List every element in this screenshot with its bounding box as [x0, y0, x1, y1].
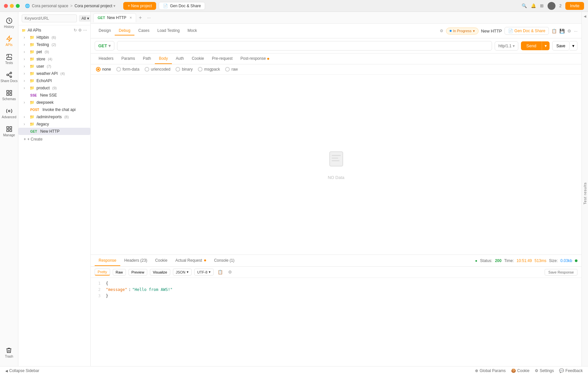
gen-doc-button[interactable]: 📄 Gen Doc & Share — [505, 27, 549, 35]
sidebar-item-share-docs[interactable]: Share Docs — [0, 69, 18, 85]
cookie-button[interactable]: 🍪 Cookie — [511, 368, 529, 373]
debug-tab[interactable]: Debug — [115, 26, 134, 35]
sidebar-item-trash[interactable]: Trash — [5, 344, 13, 361]
url-input[interactable] — [117, 41, 492, 51]
right-panel[interactable]: ◀ Test results — [581, 12, 588, 366]
sidebar-item-tests[interactable]: Tests — [0, 51, 18, 67]
tree-item-product[interactable]: › 📁 product (9) — [18, 84, 90, 92]
tree-item-legacy[interactable]: › 📁 /legacy — [18, 121, 90, 128]
tree-item-echo-api[interactable]: › 📁 EchoAPI — [18, 77, 90, 84]
method-selector[interactable]: GET ▾ — [95, 41, 114, 51]
copy-icon[interactable]: 📋 — [552, 29, 557, 33]
response-area: Response Headers (23) Cookie Actual Requ… — [91, 254, 581, 366]
tab-pre-request[interactable]: Pre-request — [208, 54, 237, 64]
minimize-button[interactable] — [10, 4, 14, 8]
feedback-button[interactable]: 💬 Feedback — [559, 368, 583, 373]
refresh-icon[interactable]: ↻ — [74, 28, 77, 33]
tree-item-new-sse[interactable]: SSE New SSE — [18, 92, 90, 99]
sidebar-item-schemas[interactable]: Schemas — [0, 87, 18, 103]
sidebar-item-advanced[interactable]: Advanced — [0, 105, 18, 121]
send-button[interactable]: Send ▾ — [521, 41, 549, 50]
body-type-msgpack[interactable]: msgpack — [198, 67, 220, 72]
tree-item-weather-api[interactable]: › 📁 weather API (4) — [18, 70, 90, 77]
tab-auth[interactable]: Auth — [172, 54, 188, 64]
search-icon[interactable]: 🔍 — [522, 3, 527, 8]
encoding-selector[interactable]: JSON ▾ — [173, 269, 192, 276]
new-project-tab[interactable]: + New project — [123, 2, 156, 10]
sidebar-item-history[interactable]: History — [0, 14, 18, 31]
response-tab-response[interactable]: Response — [95, 255, 120, 266]
tree-item-deepseek[interactable]: › 📁 deepseek — [18, 99, 90, 106]
more-icon[interactable]: ··· — [574, 29, 577, 33]
body-type-urlencoded[interactable]: urlencoded — [145, 67, 170, 72]
breadcrumb-project[interactable]: Cora personal project ▾ — [75, 4, 116, 8]
add-tab-button[interactable]: + — [136, 14, 144, 21]
http-version-selector[interactable]: http/1.1 ▾ — [495, 41, 518, 51]
gen-doc-share-tab[interactable]: 📄 Gen Doc & Share — [159, 2, 205, 10]
filter-response-icon[interactable]: ⚙ — [227, 270, 233, 275]
filter-icon[interactable]: ⚙ — [78, 28, 82, 33]
filter-dropdown[interactable]: All ▾ — [79, 15, 91, 22]
settings-button[interactable]: ⚙ Settings — [535, 368, 554, 373]
more-tabs-button[interactable]: ··· — [145, 14, 153, 21]
grid-icon[interactable]: ⊞ — [540, 3, 544, 8]
create-button[interactable]: + + Create — [18, 135, 90, 143]
panel-collapse-icon[interactable]: ◀ — [584, 12, 586, 21]
tree-item-pet[interactable]: › 📁 pet (9) — [18, 48, 90, 55]
design-tab[interactable]: Design — [95, 26, 115, 35]
format-raw-button[interactable]: Raw — [113, 269, 126, 276]
close-button[interactable] — [4, 4, 8, 8]
breadcrumb-space[interactable]: Cora personal space — [32, 4, 68, 8]
tab-cookie[interactable]: Cookie — [188, 54, 208, 64]
all-apis-item[interactable]: 📁 All APIs ↻ ⚙ ⋯ — [18, 27, 90, 34]
save-response-button[interactable]: Save Response — [545, 269, 577, 276]
response-tab-actual-request[interactable]: Actual Request — [171, 255, 210, 266]
body-type-raw[interactable]: raw — [225, 67, 238, 72]
collapse-sidebar-button[interactable]: ◀ Collapse Sidebar — [5, 368, 39, 373]
invite-button[interactable]: Invite — [565, 2, 584, 10]
tree-item-user[interactable]: › 📁 user (7) — [18, 63, 90, 70]
save-dropdown-button[interactable]: ▾ — [570, 41, 577, 51]
copy-response-icon[interactable]: 📋 — [216, 270, 224, 275]
tab-path[interactable]: Path — [139, 54, 155, 64]
user-avatar[interactable] — [548, 2, 555, 10]
settings-icon[interactable]: ⚙ — [567, 29, 571, 33]
tab-post-response[interactable]: Post-response — [237, 54, 273, 64]
tab-body[interactable]: Body — [155, 54, 172, 64]
tree-item-testing[interactable]: › 📁 Testing (2) — [18, 41, 90, 48]
sidebar-item-manage[interactable]: Manage — [0, 123, 18, 140]
body-type-form-data[interactable]: form-data — [116, 67, 139, 72]
charset-selector[interactable]: UTF-8 ▾ — [194, 269, 214, 276]
bell-icon[interactable]: 🔔 — [531, 3, 536, 8]
sidebar-item-apis[interactable]: APIs — [0, 33, 18, 49]
maximize-button[interactable] — [16, 4, 20, 8]
body-type-none[interactable]: none — [96, 67, 111, 72]
save-button[interactable]: Save — [552, 41, 570, 51]
response-tab-cookie[interactable]: Cookie — [151, 255, 171, 266]
search-input[interactable] — [22, 14, 77, 22]
format-visualize-button[interactable]: Visualize — [150, 269, 170, 276]
load-testing-tab[interactable]: Load Testing — [153, 26, 184, 35]
tree-item-httpbin[interactable]: › 📁 Httpbin (6) — [18, 34, 90, 41]
send-dropdown-icon[interactable]: ▾ — [542, 41, 550, 50]
request-tab-new-http[interactable]: GET New HTTP × — [93, 13, 136, 22]
tree-item-store[interactable]: › 📁 store (4) — [18, 55, 90, 63]
tree-item-invoke-chat[interactable]: POST Invoke the chat api — [18, 106, 90, 113]
tree-item-admin-reports[interactable]: › 📁 /admin/reports (8) — [18, 113, 90, 121]
response-tab-headers[interactable]: Headers (23) — [120, 255, 151, 266]
cases-tab[interactable]: Cases — [134, 26, 153, 35]
response-tab-console[interactable]: Console (1) — [210, 255, 238, 266]
status-badge[interactable]: In Progress ▾ — [446, 28, 478, 34]
save-button-group: Save ▾ — [552, 41, 577, 51]
format-pretty-button[interactable]: Pretty — [95, 269, 110, 276]
global-params-button[interactable]: ⊕ Global Params — [475, 368, 506, 373]
tab-params[interactable]: Params — [117, 54, 139, 64]
tree-item-new-http[interactable]: GET New HTTP — [18, 128, 90, 135]
format-preview-button[interactable]: Preview — [129, 269, 147, 276]
body-type-binary[interactable]: binary — [176, 67, 193, 72]
more-icon[interactable]: ⋯ — [83, 28, 87, 33]
save-icon[interactable]: 💾 — [559, 29, 565, 33]
mock-tab[interactable]: Mock — [184, 26, 201, 35]
tab-close-icon[interactable]: × — [129, 15, 132, 20]
tab-headers[interactable]: Headers — [95, 54, 117, 64]
